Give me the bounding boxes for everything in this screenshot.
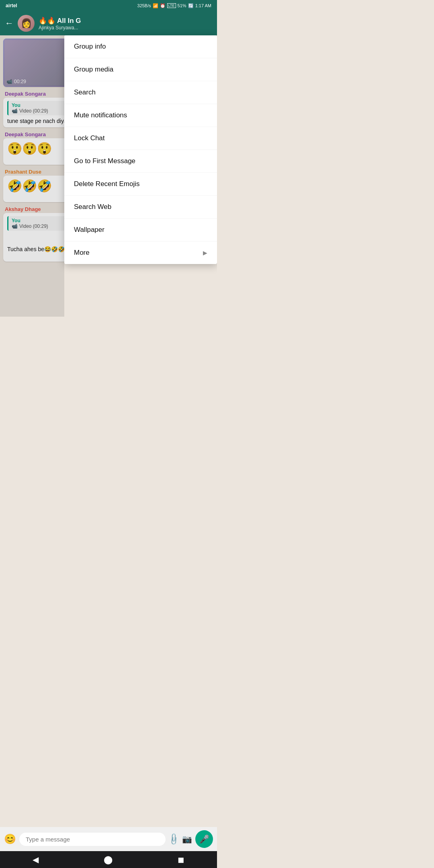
avatar-placeholder: 👩 xyxy=(18,15,35,32)
carrier-label: airtel xyxy=(6,3,17,8)
menu-item-search-web[interactable]: Search Web xyxy=(64,196,217,219)
menu-label-group-info: Group info xyxy=(74,43,106,51)
menu-item-delete-emojis[interactable]: Delete Recent Emojis xyxy=(64,173,217,196)
menu-label-delete-emojis: Delete Recent Emojis xyxy=(74,180,139,188)
menu-item-search[interactable]: Search xyxy=(64,81,217,104)
menu-item-first-message[interactable]: Go to First Message xyxy=(64,150,217,173)
signal-icon: 📶 xyxy=(153,3,158,8)
menu-label-more: More xyxy=(74,249,90,257)
chevron-right-icon: ▶ xyxy=(203,250,207,256)
menu-item-mute[interactable]: Mute notifications xyxy=(64,104,217,127)
menu-label-mute: Mute notifications xyxy=(74,111,127,119)
menu-label-first-message: Go to First Message xyxy=(74,157,135,165)
status-right: 325B/s 📶 ⏰ LTE 51% 🔄 1:17 AM xyxy=(137,3,211,8)
time-label: 1:17 AM xyxy=(195,3,211,8)
menu-label-wallpaper: Wallpaper xyxy=(74,226,104,234)
context-menu: Group info Group media Search Mute notif… xyxy=(64,35,217,264)
sync-icon: 🔄 xyxy=(188,3,194,8)
group-title: 🔥🔥 All In G xyxy=(39,16,212,25)
menu-label-lock-chat: Lock Chat xyxy=(74,134,105,142)
menu-label-group-media: Group media xyxy=(74,66,113,74)
battery-level: 51% xyxy=(178,3,186,8)
chat-header: ← 👩 🔥🔥 All In G Ajinkya Suryawa... xyxy=(0,11,217,35)
status-bar: airtel 325B/s 📶 ⏰ LTE 51% 🔄 1:17 AM xyxy=(0,0,217,11)
lte-icon: LTE xyxy=(167,3,176,8)
menu-item-more[interactable]: More ▶ xyxy=(64,242,217,264)
menu-item-group-media[interactable]: Group media xyxy=(64,58,217,81)
alarm-icon: ⏰ xyxy=(160,3,166,8)
menu-item-group-info[interactable]: Group info xyxy=(64,35,217,58)
menu-label-search-web: Search Web xyxy=(74,203,111,211)
menu-item-wallpaper[interactable]: Wallpaper xyxy=(64,219,217,242)
chat-area: 📹 00:29 Deepak Songara You 📹 Video (00:2… xyxy=(0,35,217,317)
dropdown-dimmer[interactable] xyxy=(0,35,64,317)
avatar[interactable]: 👩 xyxy=(18,15,35,32)
network-speed: 325B/s xyxy=(137,3,151,8)
menu-item-lock-chat[interactable]: Lock Chat xyxy=(64,127,217,150)
header-info[interactable]: 🔥🔥 All In G Ajinkya Suryawa... xyxy=(39,16,212,31)
menu-label-search: Search xyxy=(74,88,96,96)
back-button[interactable]: ← xyxy=(5,18,14,29)
group-subtitle: Ajinkya Suryawa... xyxy=(39,25,212,31)
